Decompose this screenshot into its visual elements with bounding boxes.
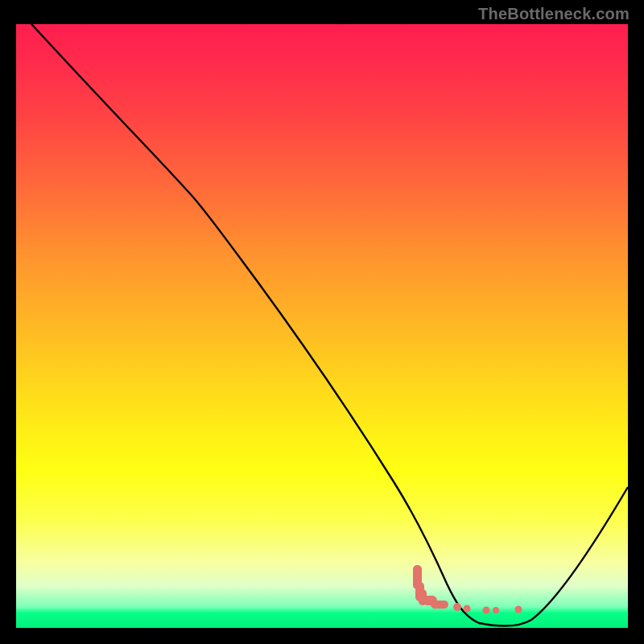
svg-rect-4 [431,601,448,609]
chart-frame [16,24,628,628]
svg-point-5 [453,603,461,611]
svg-point-7 [483,607,490,614]
chart-svg [16,24,628,628]
bottleneck-curve-line [24,16,628,625]
watermark-text: TheBottleneck.com [478,5,630,23]
svg-point-6 [464,605,471,613]
svg-point-9 [515,606,522,613]
svg-point-8 [493,607,499,613]
optimal-band-marks [413,565,522,614]
